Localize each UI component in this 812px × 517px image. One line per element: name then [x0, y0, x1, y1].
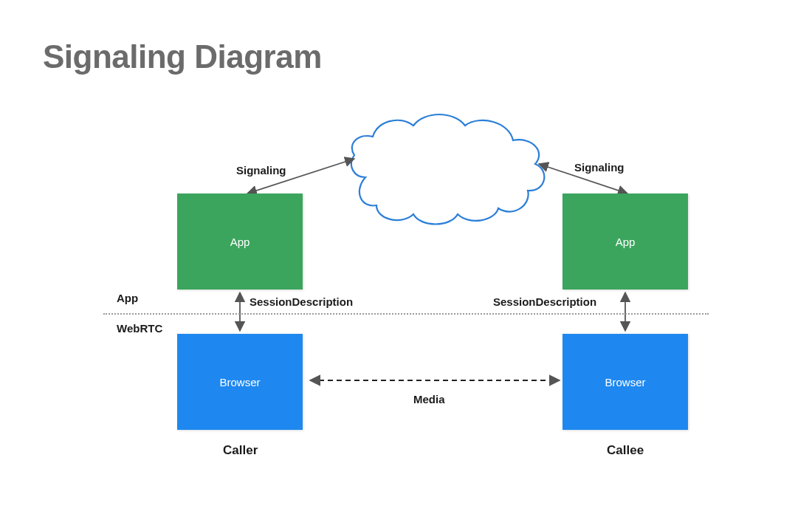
label-session-desc-left: SessionDescription — [250, 295, 353, 308]
section-label-webrtc: WebRTC — [117, 322, 162, 335]
callee-app-box: App — [562, 194, 688, 290]
label-callee: Callee — [607, 443, 644, 458]
label-signaling-left: Signaling — [236, 164, 286, 177]
divider-line — [103, 313, 709, 315]
section-label-app: App — [117, 292, 138, 304]
callee-browser-box: Browser — [562, 334, 688, 430]
label-session-desc-right: SessionDescription — [493, 295, 596, 308]
cloud-icon — [351, 114, 544, 225]
caller-app-box: App — [177, 194, 303, 290]
caller-browser-box: Browser — [177, 334, 303, 430]
label-caller: Caller — [223, 443, 258, 458]
label-media: Media — [413, 393, 445, 405]
diagram-svg — [0, 0, 812, 517]
label-signaling-right: Signaling — [574, 161, 625, 174]
